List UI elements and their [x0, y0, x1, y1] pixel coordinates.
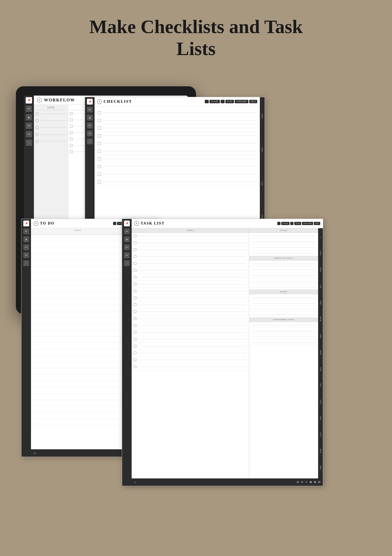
cl-pointer-icon[interactable]: ▲	[87, 115, 93, 120]
tl-nav-nov[interactable]: NOV	[319, 449, 322, 454]
cl-nav-2023[interactable]: 2023	[261, 114, 263, 118]
tl-nav-dec[interactable]: DEC	[319, 466, 322, 470]
tl-chevron-up[interactable]: ∧	[134, 221, 139, 226]
cl-back-btn[interactable]: ‹	[205, 100, 209, 103]
tl-nav-jul[interactable]: JUL	[319, 383, 322, 387]
wf-checkbox[interactable]	[70, 150, 73, 153]
cl-week-btn[interactable]: W 02	[225, 100, 234, 103]
cl-checkbox[interactable]	[98, 119, 101, 122]
wf-checkbox[interactable]	[70, 138, 73, 140]
tl-more-icon[interactable]: ⋮	[124, 260, 130, 266]
todo-pointer-icon[interactable]: ▲	[23, 236, 29, 242]
tl-nav-mar[interactable]: MAR	[319, 317, 322, 322]
task-checkbox[interactable]	[134, 255, 136, 258]
tl-nav-jan[interactable]: JAN	[319, 284, 322, 289]
cl-checkbox[interactable]	[98, 150, 101, 153]
cl-more-icon[interactable]: ⋮	[87, 138, 93, 144]
cl-undo-icon[interactable]: ↩	[87, 123, 93, 128]
cl-nav-2024[interactable]: 2024	[261, 147, 263, 152]
task-checkbox[interactable]	[134, 338, 136, 340]
tl-undo-icon[interactable]: ↩	[124, 244, 130, 250]
tl-nav-jun[interactable]: JUN	[319, 367, 322, 371]
tl-nav-2023[interactable]: 2023	[319, 251, 322, 255]
wf-checkbox[interactable]	[70, 144, 73, 147]
task-checkbox[interactable]	[134, 297, 136, 299]
workflow-redo-icon[interactable]: ↪	[26, 131, 32, 137]
cl-checkbox[interactable]	[98, 165, 101, 168]
workflow-chevron-up[interactable]: ∧	[37, 98, 42, 102]
task-checkbox[interactable]	[134, 248, 136, 251]
tl-footer-icon-1[interactable]: ⊡	[297, 481, 299, 483]
tl-nav-oct[interactable]: OCT	[319, 432, 322, 437]
tl-pointer-icon[interactable]: ▲	[124, 236, 130, 242]
tl-footer-icon-2[interactable]: ⊙	[301, 481, 303, 483]
workflow-undo-icon[interactable]: ↩	[26, 123, 32, 129]
workflow-more-icon[interactable]: ⋮	[26, 140, 32, 146]
task-checkbox[interactable]	[134, 317, 136, 320]
todo-edit-icon[interactable]: ✏	[23, 228, 29, 234]
cl-edit-icon[interactable]: ✏	[87, 107, 93, 113]
todo-chevron-up[interactable]: ∧	[34, 221, 38, 226]
cl-forward-btn[interactable]: ›	[221, 100, 225, 103]
tl-nav-home[interactable]: ⌂	[319, 236, 322, 239]
tl-back-btn[interactable]: ‹	[277, 222, 280, 225]
cl-pin-icon[interactable]: 📌	[87, 99, 93, 105]
wf-checkbox[interactable]	[70, 125, 73, 128]
tl-nav-2024[interactable]: 2024	[319, 267, 322, 272]
wf-checkbox[interactable]	[70, 119, 73, 121]
task-checkbox[interactable]	[134, 324, 136, 327]
tl-home-icon[interactable]: ⌂	[134, 481, 136, 483]
tl-nav-may[interactable]: MAY	[319, 350, 322, 355]
tl-pin-icon[interactable]: 📌	[124, 221, 130, 226]
tl-forward-btn[interactable]: ›	[290, 222, 293, 225]
tl-footer-icon-4[interactable]: ⊠	[310, 481, 312, 483]
cl-year-btn[interactable]: 2023	[249, 100, 257, 103]
workflow-pin-icon[interactable]: 📌	[26, 97, 32, 104]
cl-redo-icon[interactable]: ↪	[87, 131, 93, 136]
wf-checkbox[interactable]	[70, 112, 73, 115]
tl-week-btn[interactable]: W 02	[294, 222, 301, 225]
tl-nav-sep[interactable]: SEP	[319, 416, 322, 420]
tl-nav-aug[interactable]: AUG	[319, 400, 322, 404]
task-checkbox[interactable]	[134, 276, 136, 279]
task-checkbox[interactable]	[134, 303, 136, 306]
tl-year-btn[interactable]: 2023	[314, 222, 320, 225]
tl-footer-icon-5[interactable]: ⊞	[314, 481, 316, 483]
cl-checkbox[interactable]	[98, 173, 101, 176]
task-checkbox[interactable]	[134, 345, 136, 347]
todo-undo-icon[interactable]: ↩	[23, 244, 29, 250]
cl-checkbox[interactable]	[98, 134, 101, 137]
todo-pin-icon[interactable]: 📌	[23, 221, 29, 226]
wf-checkbox[interactable]	[70, 131, 73, 134]
tl-nav-apr[interactable]: APR	[319, 334, 322, 338]
task-checkbox[interactable]	[134, 269, 136, 272]
cl-chevron-up[interactable]: ∧	[97, 99, 102, 104]
task-checkbox[interactable]	[134, 283, 136, 285]
tl-month-btn[interactable]: JANUARY	[302, 222, 313, 225]
task-checkbox[interactable]	[134, 331, 136, 334]
todo-more-icon[interactable]: ⋮	[23, 260, 29, 266]
todo-back-btn[interactable]: ‹	[113, 222, 116, 225]
task-checkbox[interactable]	[134, 358, 136, 361]
task-checkbox[interactable]	[134, 290, 136, 292]
cl-month-btn[interactable]: JANUARY	[235, 100, 248, 103]
cl-nav-jan[interactable]: JAN	[261, 181, 263, 186]
todo-redo-icon[interactable]: ↪	[23, 252, 29, 258]
tl-redo-icon[interactable]: ↪	[124, 252, 130, 258]
task-checkbox[interactable]	[134, 235, 136, 237]
tl-footer-icon-6[interactable]: ⊟	[318, 481, 320, 483]
cl-checkbox[interactable]	[98, 157, 101, 160]
workflow-edit-icon[interactable]: ✏	[26, 106, 32, 112]
tl-footer-icon-3[interactable]: ☉	[305, 481, 308, 483]
cl-checkbox[interactable]	[98, 111, 101, 114]
task-checkbox[interactable]	[134, 365, 136, 368]
task-checkbox[interactable]	[134, 241, 136, 244]
tl-nav-feb[interactable]: FEB	[319, 301, 322, 305]
todo-home-icon[interactable]: ⌂	[34, 451, 35, 455]
cl-checkbox[interactable]	[98, 180, 101, 183]
task-checkbox[interactable]	[134, 310, 136, 313]
task-checkbox[interactable]	[134, 262, 136, 265]
workflow-pointer-icon[interactable]: ▲	[26, 114, 32, 120]
task-checkbox[interactable]	[134, 352, 136, 354]
cl-nav-feb[interactable]: FEB	[261, 215, 263, 219]
